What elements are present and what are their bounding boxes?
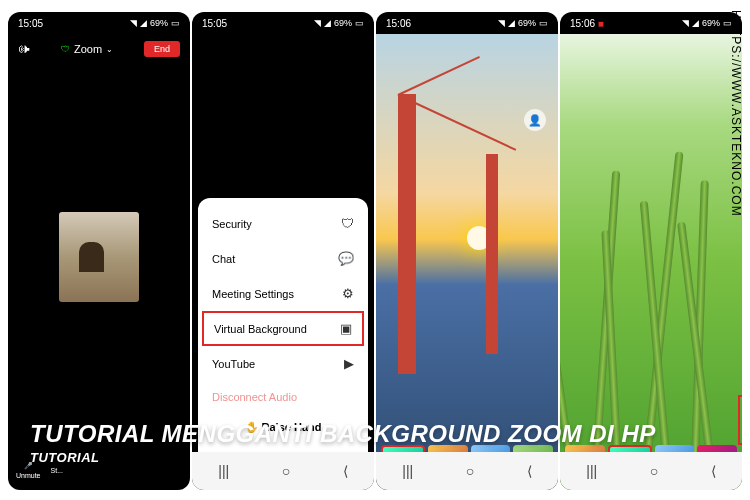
end-meeting-button[interactable]: End [144, 41, 180, 57]
nav-home-button[interactable]: ○ [650, 463, 658, 479]
nav-home-button[interactable]: ○ [466, 463, 474, 479]
phones-row: 15:05 ◥ ◢ 69% ▭ 🕪 🛡 Zoom ⌄ End 🎤 Unmute [0, 0, 750, 490]
shield-icon: 🛡 [341, 216, 354, 231]
menu-item-meeting-settings[interactable]: Meeting Settings ⚙ [198, 276, 368, 311]
menu-item-youtube[interactable]: YouTube ▶ [198, 346, 368, 381]
expand-button[interactable]: 👤 [524, 109, 546, 131]
nav-back-button[interactable]: ⟨ [711, 463, 716, 479]
nav-back-button[interactable]: ⟨ [527, 463, 532, 479]
nav-home-button[interactable]: ○ [282, 463, 290, 479]
source-url-sidebar: HTTPS://WWW.ASKTEKNO.COM [724, 0, 748, 500]
menu-item-security[interactable]: Security 🛡 [198, 206, 368, 241]
video-area [8, 64, 190, 450]
expand-icon: 👤 [528, 114, 542, 127]
status-time: 15:06 [386, 18, 411, 29]
menu-item-disconnect-audio[interactable]: Disconnect Audio [198, 381, 368, 405]
nav-back-button[interactable]: ⟨ [343, 463, 348, 479]
phone-screenshot-4: 15:06 ■ ◥ ◢ 69% ▭ [560, 12, 742, 490]
phone-screenshot-2: 15:05 ◥ ◢ 69% ▭ Security 🛡 Chat 💬 Meetin… [192, 12, 374, 490]
status-indicators: ◥ ◢ 69% ▭ [314, 18, 364, 28]
start-video-button[interactable]: St... [51, 467, 63, 474]
status-bar: 15:06 ◥ ◢ 69% ▭ [376, 12, 558, 34]
nav-recents-button[interactable]: ||| [402, 463, 413, 479]
chat-icon: 💬 [338, 251, 354, 266]
category-label: TUTORIAL [30, 450, 656, 465]
bridge-tower [486, 154, 498, 354]
zoom-meeting-title[interactable]: 🛡 Zoom ⌄ [61, 43, 113, 55]
gear-icon: ⚙ [342, 286, 354, 301]
status-bar: 15:05 ◥ ◢ 69% ▭ [8, 12, 190, 34]
more-menu-sheet: Security 🛡 Chat 💬 Meeting Settings ⚙ Vir… [198, 198, 368, 452]
nav-recents-button[interactable]: ||| [218, 463, 229, 479]
status-bar: 15:05 ◥ ◢ 69% ▭ [192, 12, 374, 34]
phone-screenshot-1: 15:05 ◥ ◢ 69% ▭ 🕪 🛡 Zoom ⌄ End 🎤 Unmute [8, 12, 190, 490]
status-time: 15:05 [202, 18, 227, 29]
shield-icon: 🛡 [61, 44, 70, 54]
status-bar: 15:06 ■ ◥ ◢ 69% ▭ [560, 12, 742, 34]
person-frame-icon: ▣ [340, 321, 352, 336]
speaker-icon[interactable]: 🕪 [18, 42, 30, 56]
chevron-down-icon: ⌄ [106, 45, 113, 54]
status-indicators: ◥ ◢ 69% ▭ [130, 18, 180, 28]
zoom-meeting-header: 🕪 🛡 Zoom ⌄ End [8, 34, 190, 64]
tutorial-title-overlay: TUTORIAL MENGGANTI BACKGROUND ZOOM DI HP… [30, 420, 656, 465]
youtube-icon: ▶ [344, 356, 354, 371]
source-url: HTTPS://WWW.ASKTEKNO.COM [729, 10, 743, 217]
bridge-tower [398, 94, 416, 374]
menu-item-chat[interactable]: Chat 💬 [198, 241, 368, 276]
phone-screenshot-3: 15:06 ◥ ◢ 69% ▭ 👤 [376, 12, 558, 490]
menu-item-virtual-background[interactable]: Virtual Background ▣ [202, 311, 364, 346]
main-title: TUTORIAL MENGGANTI BACKGROUND ZOOM DI HP [30, 420, 656, 448]
status-time: 15:05 [18, 18, 43, 29]
self-video-thumbnail[interactable] [59, 212, 139, 302]
status-indicators: ◥ ◢ 69% ▭ [498, 18, 548, 28]
nav-recents-button[interactable]: ||| [586, 463, 597, 479]
status-time: 15:06 ■ [570, 18, 604, 29]
